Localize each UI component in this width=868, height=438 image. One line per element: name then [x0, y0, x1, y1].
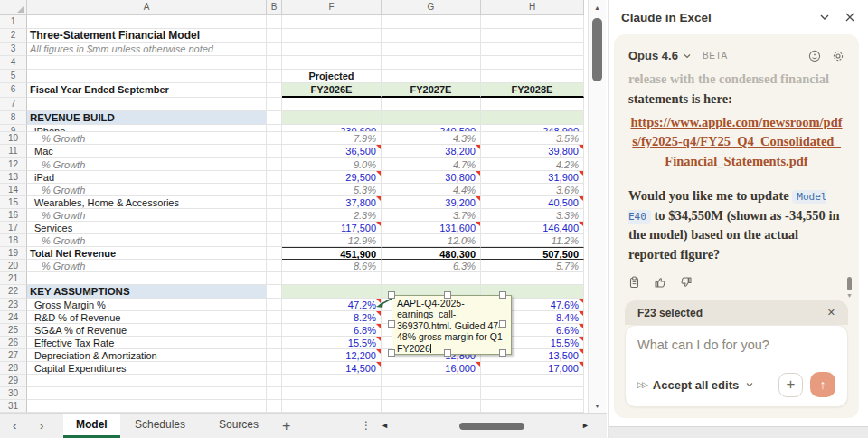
cell[interactable]	[267, 184, 282, 196]
select-all-corner[interactable]	[0, 0, 27, 15]
cell[interactable]: 39,200	[382, 196, 481, 209]
next-sheet-icon[interactable]: ›	[40, 414, 43, 438]
cell[interactable]	[267, 337, 282, 349]
row-header[interactable]: 27	[0, 349, 27, 362]
cell[interactable]: 248,900	[481, 125, 584, 133]
accept-all-edits-control[interactable]: ▷▷ Accept all edits	[637, 378, 754, 392]
cell[interactable]: Projected	[282, 70, 382, 83]
row-header[interactable]: 25	[0, 324, 27, 337]
row-header[interactable]: 9	[0, 125, 27, 133]
cell[interactable]	[282, 15, 382, 29]
cell[interactable]	[481, 15, 584, 29]
cell[interactable]: % Growth	[27, 184, 267, 196]
cell[interactable]: 2.3%	[282, 209, 382, 222]
cell[interactable]	[267, 158, 282, 171]
cell[interactable]: 38,200	[382, 145, 481, 157]
resize-handle[interactable]	[499, 320, 506, 328]
cell[interactable]	[481, 400, 584, 413]
row-header[interactable]: 31	[0, 400, 27, 413]
thumbs-down-icon[interactable]	[680, 276, 693, 289]
cell[interactable]: 8.2%	[282, 311, 382, 324]
column-header[interactable]: F	[282, 0, 382, 15]
row-header[interactable]: 21	[0, 272, 27, 285]
more-options-icon[interactable]: ⋮	[361, 414, 372, 438]
cell[interactable]	[282, 98, 382, 111]
cell[interactable]	[267, 83, 282, 97]
row-header[interactable]: 12	[0, 158, 27, 171]
cell[interactable]	[382, 400, 481, 413]
cell[interactable]	[282, 272, 382, 285]
clear-selection-icon[interactable]: ✕	[827, 307, 835, 319]
cell[interactable]: Wearables, Home & Accessories	[27, 196, 267, 209]
row-header[interactable]: 28	[0, 362, 27, 375]
resize-handle[interactable]	[388, 349, 395, 357]
cell[interactable]	[27, 387, 267, 400]
row-header[interactable]: 26	[0, 337, 27, 349]
cell[interactable]	[267, 125, 282, 133]
sheet-tab-schedules[interactable]: Schedules	[122, 414, 198, 435]
cell[interactable]	[267, 311, 282, 324]
cell[interactable]: 3.3%	[481, 209, 584, 222]
cell-comment-editor[interactable]: AAPL-Q4-2025-earnings_call-369370.html. …	[392, 295, 512, 355]
close-icon[interactable]	[844, 12, 855, 23]
cell[interactable]: Services	[27, 222, 267, 234]
row-header[interactable]: 20	[0, 260, 27, 272]
cell[interactable]	[282, 285, 382, 298]
chevron-down-icon[interactable]	[819, 12, 830, 23]
row-header[interactable]: 10	[0, 132, 27, 145]
cell[interactable]	[267, 375, 282, 387]
cell[interactable]: % Growth	[27, 209, 267, 222]
model-selector[interactable]: Opus 4.6	[628, 49, 678, 62]
row-header[interactable]: 8	[0, 111, 27, 125]
cell[interactable]	[267, 196, 282, 209]
cell[interactable]	[382, 29, 481, 43]
message-input-card[interactable]: What can I do for you? ▷▷ Accept all edi…	[625, 325, 848, 407]
cell[interactable]: 4.7%	[382, 158, 481, 171]
cell[interactable]: R&D % of Revenue	[27, 311, 267, 324]
row-header[interactable]: 22	[0, 285, 27, 298]
cell[interactable]	[267, 260, 282, 272]
row-header[interactable]: 7	[0, 98, 27, 111]
cell[interactable]	[382, 15, 481, 29]
cell[interactable]: 3.7%	[382, 209, 481, 222]
cell[interactable]: 117,500	[282, 222, 382, 234]
cell[interactable]	[27, 375, 267, 387]
cell[interactable]: 39,800	[481, 145, 584, 157]
column-header[interactable]: H	[481, 0, 584, 15]
cell[interactable]	[267, 111, 282, 125]
cell[interactable]	[267, 222, 282, 234]
row-header[interactable]: 30	[0, 387, 27, 400]
cell[interactable]	[382, 387, 481, 400]
cell[interactable]: 12.9%	[282, 234, 382, 247]
cell[interactable]	[382, 98, 481, 111]
row-header[interactable]: 14	[0, 184, 27, 196]
cell[interactable]: Fiscal Year Ended September	[27, 83, 267, 97]
cell[interactable]: 9.0%	[282, 158, 382, 171]
cell[interactable]	[481, 272, 584, 285]
cell[interactable]	[481, 56, 584, 70]
cell[interactable]	[267, 209, 282, 222]
cell[interactable]: 36,500	[282, 145, 382, 157]
cell[interactable]	[382, 272, 481, 285]
cell[interactable]: REVENUE BUILD	[27, 111, 267, 125]
cell[interactable]	[267, 98, 282, 111]
settings-gear-icon[interactable]	[832, 50, 844, 62]
cell[interactable]: FY2028E	[481, 83, 584, 97]
cell[interactable]: FY2026E	[282, 83, 382, 97]
cell[interactable]: 507,500	[481, 247, 584, 260]
column-header[interactable]: B	[267, 0, 282, 15]
cell[interactable]	[282, 111, 382, 125]
cell[interactable]	[481, 387, 584, 400]
cell[interactable]: 146,400	[481, 222, 584, 234]
cell[interactable]	[481, 98, 584, 111]
cell[interactable]	[267, 362, 282, 375]
row-header[interactable]: 29	[0, 375, 27, 387]
cell[interactable]	[382, 43, 481, 56]
row-header[interactable]: 24	[0, 311, 27, 324]
cell[interactable]: 29,500	[282, 171, 382, 184]
copy-icon[interactable]	[628, 276, 640, 289]
row-header[interactable]: 4	[0, 56, 27, 70]
cell[interactable]: % Growth	[27, 158, 267, 171]
cell[interactable]: 3.6%	[481, 184, 584, 196]
cell[interactable]	[27, 70, 267, 83]
